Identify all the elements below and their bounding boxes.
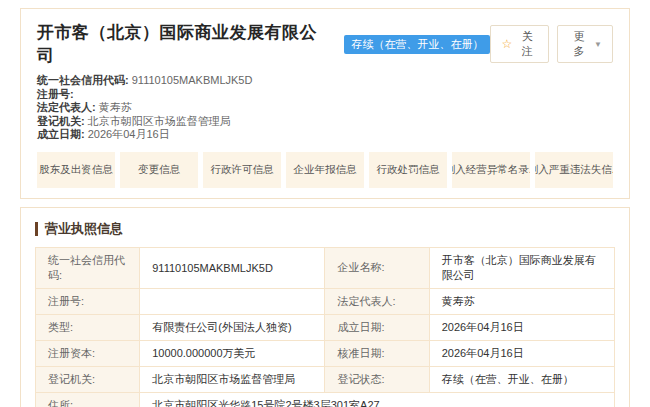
- field-label: 注册资本:: [36, 340, 140, 366]
- license-table: 统一社会信用代码: 91110105MAKBMLJK5D 企业名称: 开市客（北…: [35, 247, 615, 407]
- section-accent-bar: [35, 222, 38, 236]
- header-actions: ☆ 关注 更多 ▼: [490, 25, 613, 63]
- info-tabs: 股东及出资信息 变更信息 行政许可信息 企业年报信息 行政处罚信息 列入经营异常…: [37, 152, 613, 188]
- info-line-credit-code: 统一社会信用代码: 91110105MAKBMLJK5D: [37, 74, 613, 88]
- field-value: 2026年04月16日: [429, 314, 614, 340]
- field-value: 黄寿苏: [429, 288, 614, 314]
- business-license-card: 营业执照信息 统一社会信用代码: 91110105MAKBMLJK5D 企业名称…: [20, 207, 630, 407]
- field-value: [140, 288, 325, 314]
- field-value: 开市客（北京）国际商业发展有限公司: [429, 247, 614, 288]
- table-row: 统一社会信用代码: 91110105MAKBMLJK5D 企业名称: 开市客（北…: [36, 247, 615, 288]
- company-info-lines: 统一社会信用代码: 91110105MAKBMLJK5D 注册号: 法定代表人:…: [37, 74, 613, 142]
- table-row: 注册号: 法定代表人: 黄寿苏: [36, 288, 615, 314]
- status-badge: 存续（在营、开业、在册）: [344, 35, 490, 54]
- company-name-title: 开市客（北京）国际商业发展有限公司: [37, 21, 334, 67]
- field-value: 存续（在营、开业、在册）: [429, 366, 614, 392]
- table-row: 注册资本: 10000.000000万美元 核准日期: 2026年04月16日: [36, 340, 615, 366]
- follow-button[interactable]: ☆ 关注: [490, 25, 549, 63]
- info-value: 2026年04月16日: [88, 128, 170, 140]
- tab-serious-violation[interactable]: 列入严重违法失信...: [535, 152, 613, 188]
- info-label: 成立日期:: [37, 128, 85, 140]
- tab-changes[interactable]: 变更信息: [120, 152, 198, 188]
- field-label: 核准日期:: [325, 340, 429, 366]
- section-title: 营业执照信息: [45, 220, 123, 238]
- company-header-top: 开市客（北京）国际商业发展有限公司 存续（在营、开业、在册） ☆ 关注 更多 ▼: [37, 21, 613, 67]
- info-value: 黄寿苏: [99, 101, 132, 113]
- tab-shareholders[interactable]: 股东及出资信息: [37, 152, 115, 188]
- field-label: 成立日期:: [325, 314, 429, 340]
- field-label: 企业名称:: [325, 247, 429, 288]
- field-value: 2026年04月16日: [429, 340, 614, 366]
- field-label: 登记状态:: [325, 366, 429, 392]
- field-label: 统一社会信用代码:: [36, 247, 140, 288]
- info-line-reg-number: 注册号:: [37, 88, 613, 102]
- more-button-label: 更多: [568, 29, 590, 59]
- info-line-legal-rep: 法定代表人: 黄寿苏: [37, 101, 613, 115]
- field-value: 10000.000000万美元: [140, 340, 325, 366]
- field-value: 91110105MAKBMLJK5D: [140, 247, 325, 288]
- field-label: 注册号:: [36, 288, 140, 314]
- section-header: 营业执照信息: [35, 220, 615, 238]
- field-label: 法定代表人:: [325, 288, 429, 314]
- table-row: 类型: 有限责任公司(外国法人独资) 成立日期: 2026年04月16日: [36, 314, 615, 340]
- info-value: 91110105MAKBMLJK5D: [132, 74, 253, 86]
- follow-button-label: 关注: [516, 29, 538, 59]
- table-row-address: 住所: 北京市朝阳区光华路15号院2号楼3层301室A27: [36, 392, 615, 407]
- tab-admin-license[interactable]: 行政许可信息: [203, 152, 281, 188]
- more-button[interactable]: 更多 ▼: [557, 25, 613, 63]
- info-label: 注册号:: [37, 88, 74, 100]
- info-value: 北京市朝阳区市场监督管理局: [88, 115, 231, 127]
- field-value: 有限责任公司(外国法人独资): [140, 314, 325, 340]
- page: 开市客（北京）国际商业发展有限公司 存续（在营、开业、在册） ☆ 关注 更多 ▼…: [0, 8, 650, 407]
- star-icon: ☆: [501, 38, 512, 50]
- info-label: 登记机关:: [37, 115, 85, 127]
- field-label: 登记机关:: [36, 366, 140, 392]
- info-label: 统一社会信用代码:: [37, 74, 129, 86]
- tab-annual-report[interactable]: 企业年报信息: [286, 152, 364, 188]
- field-label: 住所:: [36, 392, 140, 407]
- chevron-down-icon: ▼: [594, 40, 602, 49]
- info-line-established-date: 成立日期: 2026年04月16日: [37, 128, 613, 142]
- tab-abnormal-list[interactable]: 列入经营异常名录...: [452, 152, 530, 188]
- info-line-reg-authority: 登记机关: 北京市朝阳区市场监督管理局: [37, 115, 613, 129]
- info-label: 法定代表人:: [37, 101, 96, 113]
- field-label: 类型:: [36, 314, 140, 340]
- field-value: 北京市朝阳区光华路15号院2号楼3层301室A27: [140, 392, 615, 407]
- field-value: 北京市朝阳区市场监督管理局: [140, 366, 325, 392]
- company-header-card: 开市客（北京）国际商业发展有限公司 存续（在营、开业、在册） ☆ 关注 更多 ▼…: [20, 8, 630, 199]
- table-row: 登记机关: 北京市朝阳区市场监督管理局 登记状态: 存续（在营、开业、在册）: [36, 366, 615, 392]
- tab-admin-penalty[interactable]: 行政处罚信息: [369, 152, 447, 188]
